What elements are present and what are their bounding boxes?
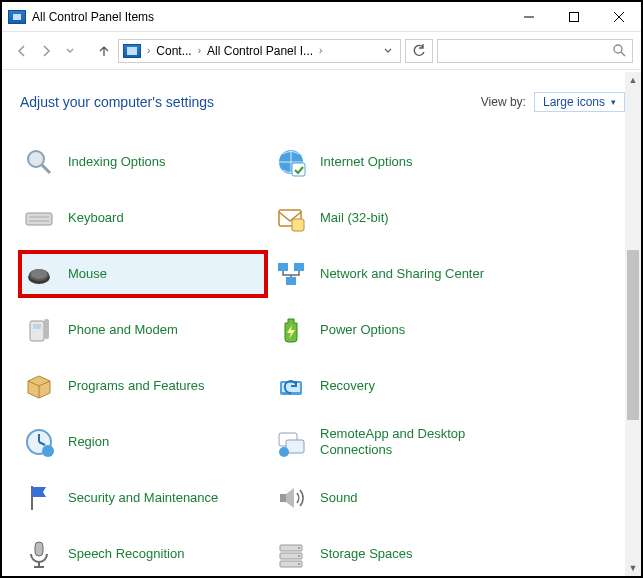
settings-header: Adjust your computer's settings View by:… [20,92,625,112]
navigation-bar: › Cont... › All Control Panel I... › [2,32,641,70]
battery-icon [274,313,308,347]
svg-rect-14 [292,219,304,231]
control-panel-item[interactable]: Mail (32-bit) [272,196,518,240]
search-folder-icon [22,145,56,179]
control-panel-item[interactable]: Keyboard [20,196,266,240]
mouse-icon [22,257,56,291]
svg-rect-34 [35,542,43,556]
control-panel-item[interactable]: Phone and Modem [20,308,266,352]
control-panel-item[interactable]: Security and Maintenance [20,476,266,520]
item-label: RemoteApp and Desktop Connections [320,426,512,457]
svg-rect-20 [286,277,296,285]
item-label: Region [68,434,109,450]
item-label: Programs and Features [68,378,205,394]
breadcrumb-segment[interactable]: Cont... [156,44,191,58]
address-bar[interactable]: › Cont... › All Control Panel I... › [118,39,401,63]
svg-rect-9 [292,163,305,176]
svg-point-29 [42,445,54,457]
item-label: Internet Options [320,154,413,170]
control-panel-item[interactable]: Programs and Features [20,364,266,408]
item-label: Power Options [320,322,405,338]
recovery-icon [274,369,308,403]
item-label: Mouse [68,266,107,282]
chevron-down-icon: ▾ [611,97,616,107]
breadcrumb-separator: › [317,45,324,56]
svg-point-4 [614,45,622,53]
globe-check-icon [274,145,308,179]
svg-point-41 [298,555,300,557]
breadcrumb-separator: › [145,45,152,56]
minimize-button[interactable] [506,2,551,31]
minimize-icon [524,12,534,22]
control-panel-item[interactable]: Recovery [272,364,518,408]
svg-point-40 [298,547,300,549]
control-panel-item[interactable]: Power Options [272,308,518,352]
item-label: Storage Spaces [320,546,413,562]
svg-point-17 [31,269,47,279]
svg-rect-10 [26,213,52,225]
svg-point-42 [298,563,300,565]
control-panel-item[interactable]: Network and Sharing Center [272,252,518,296]
search-input[interactable] [438,40,632,62]
item-label: Mail (32-bit) [320,210,389,226]
flag-icon [22,481,56,515]
close-button[interactable] [596,2,641,31]
control-panel-item[interactable]: Sound [272,476,518,520]
page-body: Adjust your computer's settings View by:… [2,70,641,576]
nav-forward-button[interactable] [36,41,56,61]
scroll-up-button[interactable]: ▲ [625,72,641,88]
close-icon [614,12,624,22]
search-box[interactable] [437,39,633,63]
arrow-left-icon [15,44,29,58]
nav-up-button[interactable] [94,41,114,61]
svg-rect-22 [44,319,49,339]
control-panel-item[interactable]: Internet Options [272,140,518,184]
item-label: Keyboard [68,210,124,226]
arrow-up-icon [97,44,111,58]
svg-point-6 [28,151,44,167]
item-label: Network and Sharing Center [320,266,484,282]
item-label: Sound [320,490,358,506]
control-panel-item[interactable]: Region [20,420,266,464]
arrow-right-icon [39,44,53,58]
control-panel-icon [8,10,26,24]
keyboard-icon [22,201,56,235]
control-panel-icon [123,44,141,58]
control-panel-item[interactable]: RemoteApp and Desktop Connections [272,420,518,464]
control-panel-item[interactable]: Speech Recognition [20,532,266,576]
svg-point-32 [279,447,289,457]
address-dropdown[interactable] [380,47,396,55]
titlebar: All Control Panel Items [2,2,641,32]
svg-rect-18 [278,263,288,271]
view-by-select[interactable]: Large icons ▾ [534,92,625,112]
control-panel-item[interactable]: Mouse [20,252,266,296]
view-by-value: Large icons [543,95,605,109]
remote-icon [274,425,308,459]
items-area: Indexing OptionsInternet OptionsKeyboard… [20,140,625,570]
item-label: Indexing Options [68,154,166,170]
control-panel-item[interactable]: Indexing Options [20,140,266,184]
item-label: Phone and Modem [68,322,178,338]
breadcrumb-segment[interactable]: All Control Panel I... [207,44,313,58]
vertical-scrollbar[interactable]: ▲ ▼ [625,72,641,576]
item-label: Security and Maintenance [68,490,218,506]
speaker-icon [274,481,308,515]
nav-back-button[interactable] [12,41,32,61]
svg-line-5 [621,52,625,56]
phone-icon [22,313,56,347]
recent-locations-dropdown[interactable] [60,41,80,61]
window-title: All Control Panel Items [32,10,154,24]
maximize-button[interactable] [551,2,596,31]
mail-icon [274,201,308,235]
chevron-down-icon [384,47,392,55]
page-title: Adjust your computer's settings [20,94,214,110]
svg-rect-33 [280,494,286,502]
svg-rect-23 [33,324,41,329]
window-controls [506,2,641,31]
svg-line-7 [42,165,50,173]
refresh-button[interactable] [405,39,433,63]
scroll-thumb[interactable] [627,250,639,420]
breadcrumb-separator: › [196,45,203,56]
scroll-down-button[interactable]: ▼ [625,560,641,576]
control-panel-item[interactable]: Storage Spaces [272,532,518,576]
